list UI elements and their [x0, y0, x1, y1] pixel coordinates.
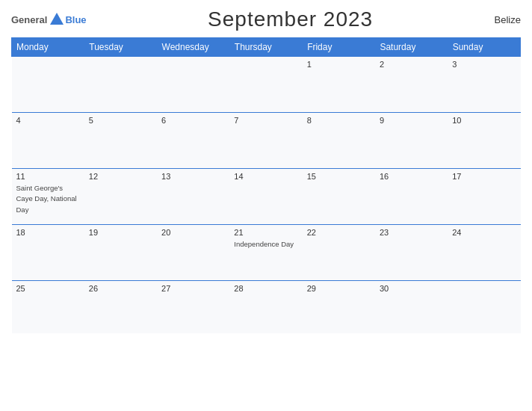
day-number: 15: [307, 172, 371, 181]
day-number: 1: [307, 60, 371, 69]
day-number: 25: [16, 284, 80, 293]
page: General Blue September 2023 Belize Monda…: [0, 0, 532, 411]
day-number: 18: [16, 228, 80, 237]
page-title: September 2023: [208, 7, 373, 31]
col-friday: Friday: [303, 38, 375, 57]
calendar-week-row: 252627282930: [12, 281, 521, 333]
day-number: 19: [89, 228, 152, 237]
table-row: 8: [303, 113, 375, 169]
day-number: 22: [307, 228, 371, 237]
col-tuesday: Tuesday: [84, 38, 157, 57]
logo-general-text: General: [11, 14, 47, 25]
table-row: 25: [12, 281, 84, 333]
day-number: 17: [452, 172, 516, 181]
calendar-week-row: 11Saint George's Caye Day, National Day1…: [12, 169, 521, 225]
col-thursday: Thursday: [229, 38, 302, 57]
country-label: Belize: [495, 14, 521, 25]
day-number: 28: [234, 284, 297, 293]
day-number: 12: [89, 172, 152, 181]
table-row: 1: [303, 57, 375, 113]
table-row: 4: [12, 113, 84, 169]
svg-marker-0: [50, 13, 64, 25]
table-row: 24: [448, 225, 520, 281]
calendar-week-row: 18192021Independence Day222324: [12, 225, 521, 281]
table-row: 16: [375, 169, 448, 225]
table-row: [84, 57, 157, 113]
logo-icon: [49, 11, 65, 28]
day-number: 20: [161, 228, 225, 237]
col-monday: Monday: [12, 38, 84, 57]
table-row: 3: [448, 57, 520, 113]
table-row: 13: [157, 169, 229, 225]
day-number: 5: [89, 116, 152, 125]
table-row: 23: [375, 225, 448, 281]
event-label: Saint George's Caye Day, National Day: [16, 184, 77, 214]
day-number: 29: [307, 284, 371, 293]
calendar-table: Monday Tuesday Wednesday Thursday Friday…: [11, 37, 521, 333]
table-row: 17: [448, 169, 520, 225]
day-number: 26: [89, 284, 152, 293]
day-number: 21: [234, 228, 297, 237]
table-row: 11Saint George's Caye Day, National Day: [12, 169, 84, 225]
table-row: 5: [84, 113, 157, 169]
col-saturday: Saturday: [375, 38, 448, 57]
table-row: [448, 281, 520, 333]
calendar-week-row: 123: [12, 57, 521, 113]
header: General Blue September 2023 Belize: [11, 7, 521, 31]
day-number: 23: [380, 228, 443, 237]
day-number: 30: [380, 284, 443, 293]
day-number: 3: [452, 60, 516, 69]
day-number: 4: [16, 116, 80, 125]
table-row: 15: [303, 169, 375, 225]
day-number: 8: [307, 116, 371, 125]
table-row: 26: [84, 281, 157, 333]
table-row: 14: [229, 169, 302, 225]
day-number: 10: [452, 116, 516, 125]
calendar-header-row: Monday Tuesday Wednesday Thursday Friday…: [12, 38, 521, 57]
table-row: 9: [375, 113, 448, 169]
table-row: 22: [303, 225, 375, 281]
calendar-week-row: 45678910: [12, 113, 521, 169]
day-number: 7: [234, 116, 297, 125]
day-number: 9: [380, 116, 443, 125]
day-number: 13: [161, 172, 225, 181]
day-number: 27: [161, 284, 225, 293]
table-row: 21Independence Day: [229, 225, 302, 281]
event-label: Independence Day: [234, 240, 294, 248]
table-row: 12: [84, 169, 157, 225]
table-row: 2: [375, 57, 448, 113]
day-number: 14: [234, 172, 297, 181]
table-row: 18: [12, 225, 84, 281]
table-row: 19: [84, 225, 157, 281]
day-number: 11: [16, 172, 80, 181]
day-number: 24: [452, 228, 516, 237]
day-number: 6: [161, 116, 225, 125]
logo-blue-text: Blue: [65, 14, 86, 25]
col-sunday: Sunday: [448, 38, 520, 57]
table-row: 7: [229, 113, 302, 169]
day-number: 16: [380, 172, 443, 181]
day-number: 2: [380, 60, 443, 69]
table-row: 20: [157, 225, 229, 281]
table-row: [229, 57, 302, 113]
table-row: 30: [375, 281, 448, 333]
table-row: [157, 57, 229, 113]
table-row: [12, 57, 84, 113]
table-row: 6: [157, 113, 229, 169]
col-wednesday: Wednesday: [157, 38, 229, 57]
table-row: 29: [303, 281, 375, 333]
table-row: 28: [229, 281, 302, 333]
table-row: 10: [448, 113, 520, 169]
logo: General Blue: [11, 11, 87, 28]
table-row: 27: [157, 281, 229, 333]
